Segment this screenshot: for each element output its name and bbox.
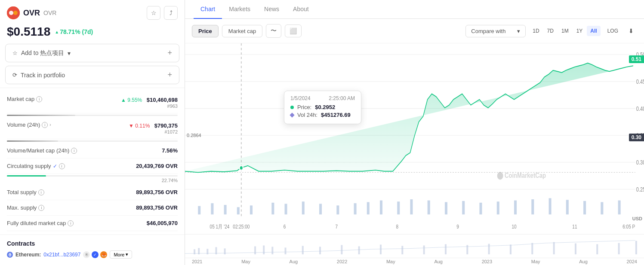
svg-rect-26	[237, 207, 240, 214]
svg-text:0.25: 0.25	[636, 186, 644, 193]
volume-market-cap-info-icon[interactable]: i	[71, 148, 77, 154]
svg-rect-42	[497, 201, 499, 214]
svg-rect-85	[635, 241, 637, 254]
compare-dropdown[interactable]: Compare with ▾	[465, 25, 526, 37]
portfolio-icon: ⟳	[12, 72, 17, 78]
svg-rect-70	[319, 247, 321, 254]
time-1m-button[interactable]: 1M	[558, 26, 572, 36]
market-cap-amount: $10,460,698	[147, 97, 178, 103]
circulating-supply-row: Circulating supply ✓ i 20,439,769 OVR	[7, 158, 178, 174]
download-button[interactable]: ⬇	[625, 25, 637, 37]
add-watchlist-plus-icon: +	[167, 49, 172, 58]
volume-24h-row: Volume (24h) i › ▼ 0.11% $790,375 #1072	[7, 117, 178, 139]
price-chart: 0.50 0.45 0.40 0.35 0.30 0.25	[185, 43, 644, 234]
max-supply-info-icon[interactable]: i	[38, 205, 44, 211]
svg-rect-71	[341, 245, 342, 255]
time-1d-button[interactable]: 1D	[529, 26, 542, 36]
volume-24h-info-icon[interactable]: i	[42, 122, 48, 128]
market-cap-value: ▲ 9.55% $10,460,698 #963	[121, 96, 178, 109]
circulating-supply-pct: 22.74%	[7, 178, 178, 183]
svg-rect-44	[531, 199, 534, 214]
svg-rect-67	[271, 247, 273, 254]
market-cap-label: Market cap i	[7, 96, 42, 102]
market-cap-change: ▲ 9.55%	[121, 97, 142, 103]
total-supply-info-icon[interactable]: i	[38, 189, 44, 195]
fully-diluted-info-icon[interactable]: i	[68, 220, 74, 226]
coin-name: OVR	[23, 9, 40, 18]
date-aug-2023: Aug	[579, 259, 588, 264]
svg-text:⬤ CoinMarketCap: ⬤ CoinMarketCap	[497, 171, 546, 180]
coin-logo	[7, 6, 20, 19]
volume-24h-label: Volume (24h) i ›	[7, 122, 51, 128]
time-all-button[interactable]: All	[587, 26, 600, 36]
price-section: $0.5118 78.71% (7d)	[0, 23, 185, 44]
tab-news[interactable]: News	[257, 0, 286, 19]
time-1y-button[interactable]: 1Y	[573, 26, 586, 36]
svg-rect-81	[553, 242, 555, 254]
share-icon-btn[interactable]: ⤴	[164, 6, 178, 20]
candle-chart-icon-btn[interactable]: ⬜	[285, 24, 302, 37]
svg-rect-66	[263, 246, 265, 255]
svg-text:0.30: 0.30	[636, 159, 644, 166]
svg-rect-73	[380, 245, 382, 255]
copy-icon[interactable]: ⎘	[83, 251, 90, 258]
svg-text:10: 10	[512, 223, 517, 230]
date-aug-2022: Aug	[434, 259, 443, 264]
svg-text:6: 6	[283, 223, 286, 230]
more-button[interactable]: More ▾	[110, 250, 132, 259]
add-watchlist-button[interactable]: ☆ Add to 热点项目 ▾ +	[5, 44, 179, 62]
svg-text:9: 9	[456, 223, 459, 230]
date-2023: 2023	[482, 259, 492, 264]
contract-row: Ethereum: 0x21bf...b23697 ⎘ ✓ 🦊 More ▾	[7, 250, 178, 259]
time-7d-button[interactable]: 7D	[544, 26, 557, 36]
svg-rect-39	[445, 202, 447, 215]
circulating-supply-info-icon[interactable]: i	[59, 163, 65, 169]
svg-rect-80	[531, 243, 533, 255]
svg-text:8: 8	[396, 223, 398, 230]
coin-header: OVR OVR ☆ ⤴	[0, 0, 185, 23]
svg-text:05 1月 '24: 05 1月 '24	[210, 223, 230, 230]
baseline-price-label: 0.30	[629, 134, 644, 141]
fully-diluted-row: Fully diluted market cap i $46,005,970	[7, 216, 178, 231]
market-cap-rank: #963	[121, 104, 178, 109]
mini-chart-date-axis: 2021 May Aug 2022 May Aug 2023 May Aug 2…	[185, 258, 644, 265]
market-cap-info-icon[interactable]: i	[36, 96, 42, 102]
contract-action-icons: ⎘ ✓ 🦊	[83, 251, 107, 258]
contract-address[interactable]: 0x21bf...b23697	[43, 252, 80, 258]
coin-symbol: OVR	[43, 9, 56, 16]
tab-about[interactable]: About	[286, 0, 316, 19]
date-2021: 2021	[192, 259, 202, 264]
price-change: 78.71% (7d)	[55, 28, 93, 35]
left-panel: OVR OVR ☆ ⤴ $0.5118 78.71% (7d) ☆ Add to…	[0, 0, 185, 265]
circulating-supply-label: Circulating supply ✓ i	[7, 163, 65, 169]
log-button[interactable]: LOG	[604, 26, 622, 36]
tab-chart[interactable]: Chart	[194, 0, 222, 19]
svg-rect-83	[596, 244, 598, 255]
market-cap-row: Market cap i ▲ 9.55% $10,460,698 #963	[7, 91, 178, 113]
track-portfolio-button[interactable]: ⟳ Track in portfolio +	[5, 66, 179, 84]
svg-rect-25	[224, 205, 227, 214]
market-cap-button[interactable]: Market cap	[222, 25, 262, 37]
track-portfolio-plus-icon: +	[167, 70, 172, 79]
contracts-section: Contracts Ethereum: 0x21bf...b23697 ⎘ ✓ …	[0, 235, 185, 264]
svg-text:02:25:00: 02:25:00	[233, 223, 250, 230]
volume-24h-nav-icon[interactable]: ›	[49, 122, 51, 127]
volume-24h-progress-fill	[7, 140, 58, 142]
volume-24h-rank: #1072	[129, 129, 178, 134]
svg-rect-38	[428, 201, 430, 215]
mini-chart	[185, 234, 644, 258]
total-supply-label: Total supply i	[7, 189, 44, 195]
price-value: $0.5118	[7, 25, 50, 39]
right-panel: Chart Markets News About Price Market ca…	[185, 0, 644, 265]
contracts-title: Contracts	[7, 240, 178, 247]
svg-rect-64	[224, 248, 226, 254]
tab-markets[interactable]: Markets	[222, 0, 257, 19]
shield-icon: ✓	[92, 251, 99, 258]
star-icon: ☆	[12, 50, 18, 56]
watchlist-icon-btn[interactable]: ☆	[147, 6, 160, 20]
line-chart-icon-btn[interactable]: 〜	[266, 24, 281, 38]
price-button[interactable]: Price	[192, 25, 219, 37]
svg-rect-62	[206, 249, 208, 254]
svg-rect-32	[336, 205, 339, 214]
svg-rect-49	[618, 201, 621, 215]
